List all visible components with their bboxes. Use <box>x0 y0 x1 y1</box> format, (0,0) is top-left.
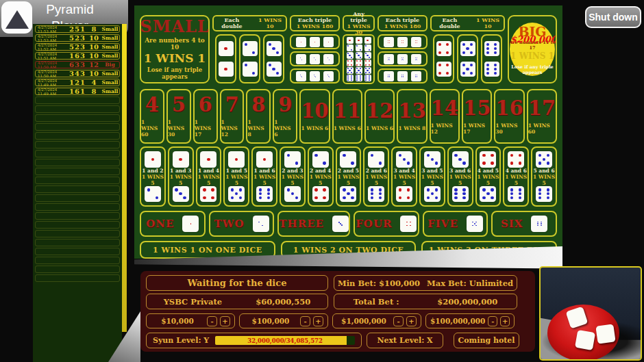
chip-100000[interactable]: $100,000-+ <box>239 313 328 328</box>
bet-pair-1-3[interactable]: 1 and 31 WINS 5 <box>168 146 194 207</box>
bet-pair-2-5[interactable]: 2 and 51 WINS 5 <box>336 146 362 207</box>
bet-total-8[interactable]: 81 WINS 8 <box>246 89 271 144</box>
die-5-icon <box>480 186 496 203</box>
bet-single-six[interactable]: SIX <box>491 211 557 237</box>
history-result: 633 <box>68 61 87 68</box>
bet-single-two[interactable]: TWO <box>209 211 275 237</box>
bet-triple-4[interactable] <box>377 34 428 49</box>
pair-label-block: 2 and 41 WINS 5 <box>309 168 332 186</box>
coming-hotel-button[interactable]: Coming hotel <box>454 333 519 348</box>
chip-10000[interactable]: $10,000-+ <box>146 313 235 328</box>
bet-pair-1-2[interactable]: 1 and 21 WINS 5 <box>140 146 166 207</box>
bet-pair-2-6[interactable]: 2 and 61 WINS 5 <box>363 146 389 207</box>
bet-double-4[interactable] <box>433 34 454 83</box>
die-2-icon <box>284 151 301 168</box>
pair-odds: 1 WINS 5 <box>197 174 221 186</box>
bet-total-11[interactable]: 111 WINS 6 <box>332 89 362 144</box>
shutdown-button[interactable]: Shut down <box>585 6 641 28</box>
bet-small[interactable]: SMALL Are numbers 4 to 10 1 WINS 1 Lose … <box>140 15 210 83</box>
bet-double-1[interactable] <box>215 34 236 83</box>
bet-total-6[interactable]: 61 WINS 17 <box>193 89 218 144</box>
bet-any-triple[interactable] <box>343 34 375 84</box>
bet-pair-1-5[interactable]: 1 and 51 WINS 5 <box>223 146 249 207</box>
bet-pair-1-6[interactable]: 1 and 61 WINS 5 <box>251 146 277 207</box>
bet-total-10[interactable]: 101 WINS 6 <box>299 89 330 144</box>
history-row-empty <box>35 212 120 220</box>
die-6-icon <box>531 216 547 232</box>
bet-total-12[interactable]: 121 WINS 6 <box>364 89 395 144</box>
bet-increase-button[interactable]: + <box>220 316 230 326</box>
bet-increase-button[interactable]: + <box>500 316 510 326</box>
bet-double-2[interactable] <box>239 34 260 83</box>
total-number: 15 <box>463 99 491 118</box>
bet-decrease-button[interactable]: - <box>207 316 217 326</box>
history-total: 10 <box>87 70 101 77</box>
history-total: 8 <box>87 88 101 95</box>
bet-triple-6[interactable] <box>377 68 428 83</box>
next-level-button[interactable]: Next Level: X <box>367 333 443 348</box>
bet-decrease-button[interactable]: - <box>393 316 404 326</box>
die-3-icon <box>267 41 282 56</box>
bet-pair-4-6[interactable]: 4 and 61 WINS 5 <box>503 146 529 207</box>
die-6-icon <box>411 71 421 81</box>
total-number: 14 <box>431 99 458 118</box>
history-total: 12 <box>87 61 101 68</box>
bet-single-three[interactable]: THREE <box>277 211 350 237</box>
bet-total-14[interactable]: 141 WINS 12 <box>430 89 460 144</box>
pair-odds: 1 WINS 5 <box>477 174 500 186</box>
single-label: THREE <box>279 218 324 230</box>
bet-triple-2[interactable] <box>290 51 340 66</box>
die-4-icon <box>400 216 417 232</box>
bet-increase-button[interactable]: + <box>406 316 417 326</box>
bet-single-one[interactable]: ONE <box>140 211 206 237</box>
bet-decrease-button[interactable]: - <box>300 316 310 326</box>
bet-total-7[interactable]: 71 WINS 12 <box>220 89 245 144</box>
bet-double-5[interactable] <box>457 34 478 83</box>
bet-pair-5-6[interactable]: 5 and 61 WINS 5 <box>531 146 557 207</box>
bet-triple-3[interactable] <box>290 68 340 83</box>
bet-pair-3-4[interactable]: 3 and 41 WINS 5 <box>391 146 417 207</box>
total-number: 10 <box>301 101 328 121</box>
singles-row: ONETWOTHREEFOURFIVESIX <box>140 211 557 237</box>
pair-label: 2 and 4 <box>309 168 332 174</box>
bet-decrease-button[interactable]: - <box>488 316 497 326</box>
bet-total-5[interactable]: 51 WINS 30 <box>166 89 191 144</box>
bet-pair-1-4[interactable]: 1 and 41 WINS 5 <box>196 146 222 207</box>
die-5-icon <box>460 62 475 77</box>
bet-total-4[interactable]: 41 WINS 60 <box>140 89 164 144</box>
bet-total-17[interactable]: 171 WINS 60 <box>527 89 557 144</box>
bet-pair-2-3[interactable]: 2 and 31 WINS 5 <box>280 146 306 207</box>
pair-label: 2 and 5 <box>337 168 360 174</box>
bet-double-6[interactable] <box>481 34 502 83</box>
pair-odds: 1 WINS 5 <box>141 174 164 186</box>
bet-pair-4-5[interactable]: 4 and 51 WINS 5 <box>475 146 501 207</box>
history-row-empty <box>35 114 120 122</box>
bet-pair-3-6[interactable]: 3 and 61 WINS 5 <box>447 146 473 207</box>
bet-triple-1[interactable] <box>290 34 340 49</box>
bet-total-16[interactable]: 161 WINS 30 <box>494 89 524 144</box>
bet-single-four[interactable]: FOUR <box>354 211 419 237</box>
sicbo-game-screen: Pyramid Player Shut down 4/27/2024 11:53… <box>0 0 644 362</box>
chip-100000000[interactable]: $100,000,000-+ <box>425 313 515 328</box>
bet-double-3[interactable] <box>263 34 284 83</box>
history-scrollbar[interactable] <box>122 24 127 332</box>
die-6-icon <box>536 186 552 203</box>
bet-triple-5[interactable] <box>377 51 428 66</box>
history-total: 10 <box>87 52 101 60</box>
bet-single-five[interactable]: FIVE <box>423 211 488 237</box>
die-2-icon <box>356 44 362 51</box>
die-2-icon <box>243 62 258 77</box>
bet-total-9[interactable]: 91 WINS 6 <box>273 89 297 144</box>
history-row-empty <box>35 257 120 264</box>
bet-total-13[interactable]: 131 WINS 8 <box>397 89 427 144</box>
section-dice-area <box>343 34 375 84</box>
section-triple-1: Each triple1 WINS 180 <box>290 15 340 83</box>
chip-1000000[interactable]: $1,000,000-+ <box>332 313 421 328</box>
pair-label: 1 and 4 <box>197 168 221 174</box>
bet-pair-2-4[interactable]: 2 and 41 WINS 5 <box>308 146 334 207</box>
small-odds: 1 WINS 1 <box>144 53 206 64</box>
bet-increase-button[interactable]: + <box>313 316 323 326</box>
bet-total-15[interactable]: 151 WINS 17 <box>462 89 492 144</box>
bet-big[interactable]: BIG Are numbers 11 to 17 1 WINS 1 Lose i… <box>508 15 557 83</box>
bet-pair-3-5[interactable]: 3 and 51 WINS 5 <box>419 146 445 207</box>
